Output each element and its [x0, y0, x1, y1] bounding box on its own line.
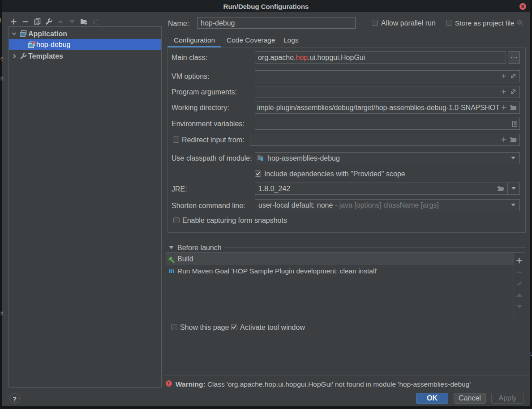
svg-text:z: z: [96, 21, 98, 26]
